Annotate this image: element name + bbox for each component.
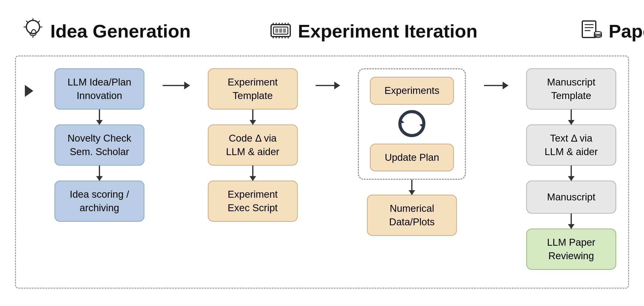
box-experiment-exec: Experiment Exec Script	[208, 181, 298, 222]
svg-point-34	[594, 32, 601, 34]
box-idea-scoring: Idea scoring / archiving	[55, 181, 144, 222]
arrow-to-loop	[316, 85, 340, 86]
idea-generation-header: Idea Generation	[21, 17, 191, 45]
column-idea-generation: LLM Idea/Plan Innovation Novelty Check S…	[52, 68, 147, 222]
svg-line-6	[26, 21, 28, 22]
gpu-icon	[269, 19, 293, 44]
loop-arrows-icon	[394, 107, 430, 141]
arrow-to-paper	[484, 85, 508, 86]
header-row: Idea Generation	[15, 17, 629, 45]
paper-writeup-title: Paper Write-Up	[609, 20, 644, 42]
arrow-down-2b	[252, 166, 253, 181]
idea-generation-title: Idea Generation	[50, 20, 191, 42]
arrow-down-1b	[99, 166, 100, 181]
experiment-iteration-title: Experiment Iteration	[298, 20, 477, 42]
box-text-delta: Text Δ via LLM & aider	[526, 124, 616, 166]
arrow-down-4c	[571, 214, 572, 229]
box-update-plan: Update Plan	[370, 144, 454, 172]
svg-rect-10	[275, 28, 278, 33]
page-container: Idea Generation	[0, 9, 644, 297]
box-novelty-check: Novelty Check Sem. Scholar	[55, 124, 144, 166]
box-llm-paper-reviewing: LLM Paper Reviewing	[526, 229, 616, 270]
svg-rect-12	[283, 28, 286, 33]
box-manuscript-template: Manuscript Template	[526, 68, 616, 110]
paper-icon	[579, 19, 603, 44]
arrow-down-1a	[99, 110, 100, 124]
box-code-delta: Code Δ via LLM & aider	[208, 124, 298, 166]
arrow-to-col2	[163, 85, 190, 86]
svg-line-4	[38, 21, 40, 22]
arrow-down-loop	[411, 180, 412, 195]
loop-container: Experiments Update Plan	[355, 68, 469, 236]
dashed-loop-box: Experiments Update Plan	[358, 68, 466, 180]
box-llm-idea: LLM Idea/Plan Innovation	[55, 68, 144, 110]
diagram-container: LLM Idea/Plan Innovation Novelty Check S…	[15, 56, 629, 289]
box-manuscript: Manuscript	[526, 181, 616, 214]
arrow-down-4a	[571, 110, 572, 124]
lightbulb-icon	[21, 17, 45, 45]
box-experiment-template: Experiment Template	[208, 68, 298, 110]
arrow-down-2a	[252, 110, 253, 124]
column-paper-writeup: Manuscript Template Text Δ via LLM & aid…	[523, 68, 619, 270]
box-experiments: Experiments	[370, 77, 454, 105]
experiment-iteration-header: Experiment Iteration	[269, 19, 477, 44]
arrow-down-4b	[571, 166, 572, 181]
entry-arrow	[25, 68, 33, 97]
svg-rect-11	[279, 28, 282, 33]
svg-point-0	[26, 20, 40, 34]
column-experiment-iteration: Experiment Template Code Δ via LLM & aid…	[205, 68, 301, 222]
box-numerical-data: Numerical Data/Plots	[367, 195, 457, 236]
paper-writeup-header: Paper Write-Up	[579, 19, 644, 44]
svg-rect-25	[582, 21, 596, 38]
